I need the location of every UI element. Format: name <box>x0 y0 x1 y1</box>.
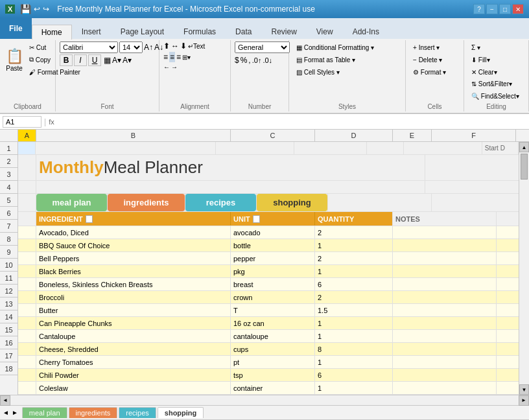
cell-unit-11[interactable]: tsp <box>231 369 315 381</box>
cell-ingredient-1[interactable]: BBQ Sauce Of Choice <box>36 239 231 251</box>
cell-notes-1[interactable] <box>393 239 497 251</box>
cell-a5[interactable] <box>18 212 36 226</box>
col-header-g[interactable]: G <box>516 130 529 141</box>
row-header-8[interactable]: 8 <box>0 233 18 246</box>
cell-ingredient-3[interactable]: Black Berries <box>36 265 231 277</box>
align-top-button[interactable]: ⬆ <box>163 41 170 51</box>
header-ingredient[interactable]: INGREDIENT ▾ <box>36 212 231 226</box>
cell-unit-3[interactable]: pkg <box>231 265 315 277</box>
paste-button[interactable]: 📋 Paste <box>4 41 25 78</box>
vertical-scrollbar[interactable]: ▲ ▼ <box>519 142 529 395</box>
cell-notes-7[interactable] <box>393 317 497 329</box>
col-header-c[interactable]: C <box>231 130 315 141</box>
cell-qty-10[interactable]: 1 <box>315 356 393 368</box>
tab-view[interactable]: View <box>307 24 343 39</box>
clear-button[interactable]: ✕ Clear▾ <box>468 66 500 78</box>
increase-indent-button[interactable]: → <box>171 64 178 71</box>
cell-e4-shopping[interactable]: shopping <box>257 194 328 211</box>
row-header-7[interactable]: 7 <box>0 220 18 233</box>
cell-qty-11[interactable]: 6 <box>315 369 393 381</box>
cell-b1[interactable] <box>36 142 217 154</box>
font-name-select[interactable]: Calibri <box>60 41 118 53</box>
number-format-select[interactable]: General <box>235 41 290 53</box>
scroll-up-button[interactable]: ▲ <box>519 142 529 152</box>
cell-notes-3[interactable] <box>393 265 497 277</box>
fill-color-button[interactable]: A▾ <box>112 56 121 65</box>
cell-e1[interactable] <box>367 142 403 154</box>
header-notes[interactable]: NOTES <box>393 212 497 226</box>
cell-unit-5[interactable]: crown <box>231 291 315 303</box>
find-select-button[interactable]: 🔍 Find&Select▾ <box>468 90 523 102</box>
restore-button[interactable]: □ <box>499 4 511 14</box>
align-bottom-button[interactable]: ⬇ <box>180 41 187 51</box>
increase-decimal-button[interactable]: .0↑ <box>252 56 262 64</box>
cell-f1[interactable] <box>404 142 482 154</box>
row-header-14[interactable]: 14 <box>0 310 18 323</box>
cell-ingredient-6[interactable]: Butter <box>36 304 231 316</box>
cell-d4-recipes[interactable]: recipes <box>185 194 257 211</box>
cell-unit-10[interactable]: pt <box>231 356 315 368</box>
scroll-track[interactable] <box>519 152 529 384</box>
cell-unit-4[interactable]: breast <box>231 278 315 290</box>
delete-button[interactable]: − Delete ▾ <box>410 54 445 65</box>
font-color-button[interactable]: A▾ <box>123 56 132 65</box>
col-header-d[interactable]: D <box>315 130 393 141</box>
align-middle-button[interactable]: ↔ <box>171 41 179 51</box>
cell-f4[interactable] <box>328 194 432 211</box>
underline-button[interactable]: U <box>88 54 101 66</box>
cell-qty-12[interactable]: 1 <box>315 382 393 394</box>
row-header-3[interactable]: 3 <box>0 168 18 181</box>
cell-b3[interactable] <box>36 181 425 193</box>
conditional-formatting-button[interactable]: ▦ Conditional Formatting ▾ <box>293 41 377 53</box>
scroll-right-button[interactable]: ► <box>519 395 529 406</box>
cell-qty-6[interactable]: 1.5 <box>315 304 393 316</box>
cell-unit-6[interactable]: T <box>231 304 315 316</box>
increase-font-button[interactable]: A↑ <box>144 43 153 52</box>
decrease-decimal-button[interactable]: .0↓ <box>263 56 272 64</box>
cell-ingredient-4[interactable]: Boneless, Skinless Chicken Breasts <box>36 278 231 290</box>
insert-button[interactable]: + Insert ▾ <box>410 41 443 53</box>
tab-formulas[interactable]: Formulas <box>174 24 226 39</box>
row-header-11[interactable]: 11 <box>0 272 18 285</box>
filter-dropdown-ingredient[interactable]: ▾ <box>86 215 93 223</box>
scroll-down-button[interactable]: ▼ <box>519 384 529 395</box>
tab-insert[interactable]: Insert <box>72 24 111 39</box>
tab-file[interactable]: File <box>0 18 32 39</box>
decrease-indent-button[interactable]: ← <box>163 64 170 71</box>
cell-notes-0[interactable] <box>393 226 497 239</box>
sort-filter-button[interactable]: ⇅ Sort&Filter▾ <box>468 78 515 89</box>
close-button[interactable]: ✕ <box>512 4 524 14</box>
autosum-button[interactable]: Σ ▾ <box>468 41 484 53</box>
cell-ingredient-12[interactable]: Coleslaw <box>36 382 231 394</box>
cell-b4-mealplan[interactable]: meal plan <box>36 194 108 211</box>
row-header-15[interactable]: 15 <box>0 323 18 336</box>
header-unit[interactable]: UNIT ▾ <box>231 212 315 226</box>
row-header-12[interactable]: 12 <box>0 285 18 298</box>
header-quantity[interactable]: QUANTITY <box>315 212 393 226</box>
border-button[interactable]: ▦ <box>104 56 111 65</box>
align-right-button[interactable]: ≡ <box>176 52 181 62</box>
col-header-a[interactable]: A <box>18 130 36 141</box>
cell-unit-12[interactable]: container <box>231 382 315 394</box>
row-header-9[interactable]: 9 <box>0 246 18 259</box>
cell-qty-7[interactable]: 1 <box>315 317 393 329</box>
sheet-tab-nav-next[interactable]: ► <box>12 409 18 416</box>
percent-button[interactable]: % <box>241 56 248 65</box>
cell-notes-4[interactable] <box>393 278 497 290</box>
fill-button[interactable]: ⬇ Fill▾ <box>468 54 493 65</box>
cell-a3[interactable] <box>18 181 36 193</box>
cell-g1[interactable]: Start D <box>482 142 519 154</box>
cell-ingredient-10[interactable]: Cherry Tomatoes <box>36 356 231 368</box>
tab-addins[interactable]: Add-Ins <box>343 24 389 39</box>
cell-qty-0[interactable]: 2 <box>315 226 393 239</box>
help-button[interactable]: ? <box>473 4 485 14</box>
cell-notes-8[interactable] <box>393 330 497 342</box>
format-button[interactable]: ⚙ Format ▾ <box>410 66 449 78</box>
row-header-13[interactable]: 13 <box>0 298 18 310</box>
cell-unit-2[interactable]: pepper <box>231 252 315 264</box>
cell-c1[interactable] <box>216 142 294 154</box>
cell-ingredient-9[interactable]: Cheese, Shredded <box>36 343 231 355</box>
bold-button[interactable]: B <box>60 54 73 66</box>
tab-review[interactable]: Review <box>261 24 306 39</box>
cell-ingredient-8[interactable]: Cantaloupe <box>36 330 231 342</box>
